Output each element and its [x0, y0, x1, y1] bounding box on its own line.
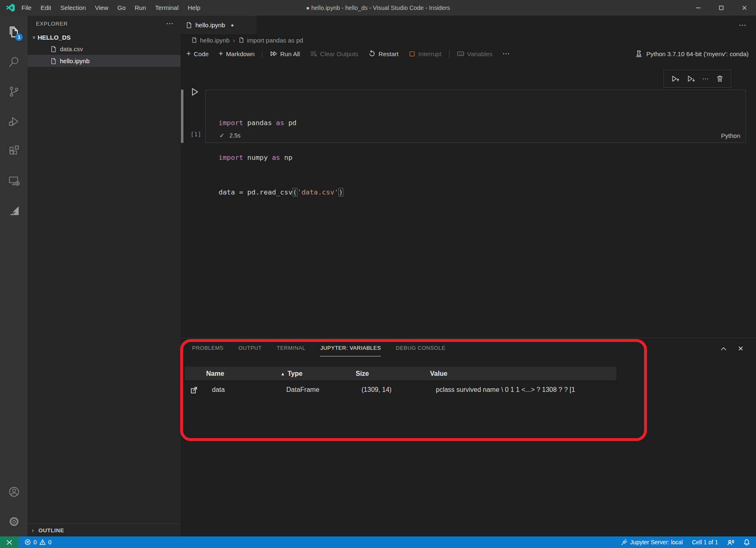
- add-markdown-cell-button[interactable]: + Markdown: [219, 50, 254, 57]
- error-count: 0: [33, 539, 37, 546]
- activity-bar: 1: [0, 16, 28, 536]
- file-icon: [191, 37, 197, 43]
- file-icon: [185, 22, 192, 28]
- success-check-icon: ✓: [219, 132, 225, 139]
- run-cell-button[interactable]: [190, 87, 200, 97]
- run-all-icon: [270, 50, 277, 57]
- kernel-picker[interactable]: Python 3.7.10 64-bit ('myenv': conda): [634, 50, 749, 58]
- account-icon[interactable]: [0, 477, 28, 507]
- restart-kernel-button[interactable]: Restart: [368, 50, 398, 57]
- tab-jupyter-variables[interactable]: JUPYTER: VARIABLES: [320, 345, 381, 356]
- minimize-button[interactable]: [687, 0, 710, 16]
- clear-outputs-icon: [310, 50, 317, 57]
- execution-duration: 2.5s: [230, 132, 240, 139]
- tab-debug-console[interactable]: DEBUG CONSOLE: [396, 345, 445, 356]
- tab-bar: hello.ipynb ● ⋯: [181, 16, 756, 34]
- breadcrumb-file[interactable]: hello.ipynb: [191, 37, 230, 44]
- status-bar: 0 0 Jupyter Server: local Cell 1 of 1: [0, 536, 756, 548]
- breadcrumb-symbol[interactable]: import pandas as pd: [238, 37, 303, 44]
- extensions-icon[interactable]: [0, 136, 28, 166]
- file-row-data-csv[interactable]: data.csv: [28, 43, 181, 55]
- cell-code-editor[interactable]: import pandas as pd import numpy as np d…: [206, 90, 746, 221]
- bottom-panel: PROBLEMS OUTPUT TERMINAL JUPYTER: VARIAB…: [181, 338, 756, 536]
- table-row[interactable]: data DataFrame (1309, 14) pclass survive…: [185, 380, 616, 399]
- breadcrumb-symbol-label: import pandas as pd: [247, 37, 303, 44]
- jupyter-server-label: Jupyter Server: local: [630, 539, 683, 546]
- file-label: hello.ipynb: [60, 57, 90, 64]
- run-cells-above-icon[interactable]: [671, 74, 680, 83]
- explorer-view-icon[interactable]: 1: [0, 17, 28, 47]
- notifications-bell-icon[interactable]: [743, 539, 750, 546]
- breadcrumb: hello.ipynb › import pandas as pd: [181, 34, 756, 46]
- code-cell[interactable]: import pandas as pd import numpy as np d…: [205, 90, 746, 143]
- sidebar-title: EXPLORER: [36, 21, 68, 27]
- column-header-name[interactable]: Name: [203, 370, 277, 377]
- breadcrumb-file-label: hello.ipynb: [200, 37, 230, 44]
- window-controls: [687, 0, 756, 16]
- toolbar-more-actions[interactable]: ⋯: [502, 49, 510, 58]
- variables-button[interactable]: (x) Variables: [457, 50, 492, 57]
- tab-problems[interactable]: PROBLEMS: [192, 345, 223, 356]
- column-header-type[interactable]: ▲Type: [277, 370, 352, 377]
- settings-gear-icon[interactable]: [0, 507, 28, 536]
- menu-run[interactable]: Run: [130, 0, 151, 16]
- maximize-button[interactable]: [710, 0, 733, 16]
- warning-icon: [39, 539, 46, 546]
- title-bar: File Edit Selection View Go Run Terminal…: [0, 0, 756, 16]
- remote-indicator[interactable]: [0, 536, 19, 548]
- variables-icon: (x): [457, 50, 464, 57]
- clear-outputs-button[interactable]: Clear Outputs: [310, 50, 359, 57]
- toolbar-separator: [262, 50, 262, 57]
- close-window-button[interactable]: [733, 0, 756, 16]
- column-header-size[interactable]: Size: [352, 370, 427, 377]
- remote-explorer-icon[interactable]: [0, 166, 28, 196]
- breadcrumb-separator: ›: [233, 37, 235, 44]
- cell-execution-status: ✓ 2.5s: [219, 132, 240, 139]
- close-panel-icon[interactable]: ✕: [738, 344, 744, 353]
- column-header-value[interactable]: Value: [427, 370, 616, 377]
- source-control-icon[interactable]: [0, 77, 28, 107]
- tab-hello-ipynb[interactable]: hello.ipynb ●: [181, 16, 257, 34]
- notebook-cell-area: ⋯ [1] import pandas as pd import numpy a…: [181, 62, 756, 338]
- custom-extension-icon[interactable]: [0, 196, 28, 225]
- cell-focus-bar[interactable]: [181, 90, 183, 143]
- run-debug-icon[interactable]: [0, 107, 28, 136]
- run-cell-and-below-icon[interactable]: [687, 74, 695, 83]
- outline-label: OUTLINE: [38, 527, 64, 534]
- panel-tab-bar: PROBLEMS OUTPUT TERMINAL JUPYTER: VARIAB…: [181, 338, 756, 356]
- chevron-down-icon: ∨: [30, 35, 38, 40]
- sidebar-more-actions[interactable]: ⋯: [166, 19, 174, 28]
- maximize-panel-icon[interactable]: [720, 345, 727, 352]
- jupyter-server-status[interactable]: Jupyter Server: local: [621, 539, 683, 546]
- variable-value: pclass survived name \ 0 1 1 <...> ? 130…: [427, 386, 616, 394]
- open-in-data-viewer-icon[interactable]: [185, 386, 203, 394]
- chevron-right-icon: ›: [32, 527, 38, 534]
- folder-row-hello-ds[interactable]: ∨ HELLO_DS: [28, 31, 181, 43]
- search-icon[interactable]: [0, 47, 28, 77]
- menu-file[interactable]: File: [17, 0, 36, 16]
- menu-go[interactable]: Go: [113, 0, 130, 16]
- menu-view[interactable]: View: [90, 0, 113, 16]
- dirty-indicator-icon[interactable]: ●: [231, 22, 234, 28]
- file-icon: [50, 46, 57, 52]
- feedback-icon[interactable]: [727, 539, 734, 546]
- cell-language-picker[interactable]: Python: [721, 132, 740, 139]
- delete-cell-icon[interactable]: [716, 75, 724, 83]
- file-row-hello-ipynb[interactable]: hello.ipynb: [28, 55, 181, 67]
- outline-section-header[interactable]: › OUTLINE: [28, 524, 181, 536]
- menu-terminal[interactable]: Terminal: [151, 0, 183, 16]
- editor-more-actions[interactable]: ⋯: [739, 16, 747, 34]
- cell-position-indicator[interactable]: Cell 1 of 1: [692, 539, 718, 546]
- file-icon: [238, 37, 244, 43]
- menu-selection[interactable]: Selection: [56, 0, 90, 16]
- problems-status[interactable]: 0 0: [24, 539, 52, 546]
- tab-terminal[interactable]: TERMINAL: [277, 345, 306, 356]
- add-code-cell-button[interactable]: + Code: [186, 50, 209, 57]
- tab-output[interactable]: OUTPUT: [238, 345, 262, 356]
- plus-icon: +: [219, 50, 223, 57]
- interrupt-kernel-button[interactable]: Interrupt: [409, 50, 442, 57]
- menu-help[interactable]: Help: [183, 0, 205, 16]
- cell-more-actions[interactable]: ⋯: [702, 75, 709, 83]
- run-all-button[interactable]: Run All: [270, 50, 300, 57]
- menu-edit[interactable]: Edit: [36, 0, 56, 16]
